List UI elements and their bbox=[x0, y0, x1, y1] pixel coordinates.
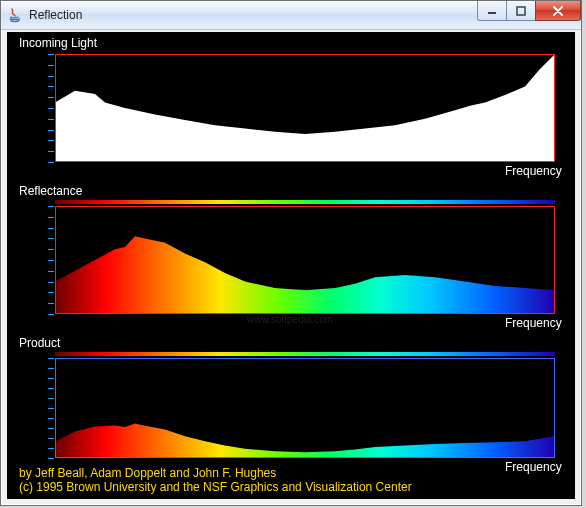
product-chart bbox=[55, 358, 555, 458]
watermark-subtext: www.softpedia.com bbox=[247, 314, 333, 325]
credits-line-2: (c) 1995 Brown University and the NSF Gr… bbox=[19, 480, 412, 494]
incoming-light-chart bbox=[55, 54, 555, 162]
svg-rect-1 bbox=[517, 7, 525, 15]
chart1-x-label: Frequency bbox=[505, 164, 562, 178]
titlebar[interactable]: Reflection bbox=[1, 1, 581, 30]
chart2-title: Reflectance bbox=[19, 184, 82, 198]
reflectance-chart bbox=[55, 206, 555, 314]
svg-rect-6 bbox=[55, 358, 555, 458]
minimize-button[interactable] bbox=[477, 1, 507, 21]
chart2-spectrum-bar bbox=[55, 200, 555, 204]
credits: by Jeff Beall, Adam Doppelt and John F. … bbox=[19, 466, 412, 494]
client-area: SOFTPEDIA www.softpedia.com Incoming Lig… bbox=[5, 30, 577, 501]
chart3-spectrum-bar bbox=[55, 352, 555, 356]
canvas: SOFTPEDIA www.softpedia.com Incoming Lig… bbox=[7, 32, 575, 499]
chart3-title: Product bbox=[19, 336, 60, 350]
java-icon bbox=[7, 7, 23, 23]
chart2-x-label: Frequency bbox=[505, 316, 562, 330]
credits-line-1: by Jeff Beall, Adam Doppelt and John F. … bbox=[19, 466, 412, 480]
window-title: Reflection bbox=[29, 8, 82, 22]
chart3-x-label: Frequency bbox=[505, 460, 562, 474]
close-button[interactable] bbox=[535, 1, 581, 21]
svg-rect-4 bbox=[55, 206, 555, 314]
maximize-button[interactable] bbox=[506, 1, 536, 21]
app-window: Reflection SOFTPEDIA www.softpedia.com I… bbox=[0, 0, 582, 506]
svg-rect-2 bbox=[55, 54, 555, 162]
svg-rect-0 bbox=[488, 12, 496, 14]
chart1-title: Incoming Light bbox=[19, 36, 97, 50]
window-buttons bbox=[478, 1, 581, 21]
